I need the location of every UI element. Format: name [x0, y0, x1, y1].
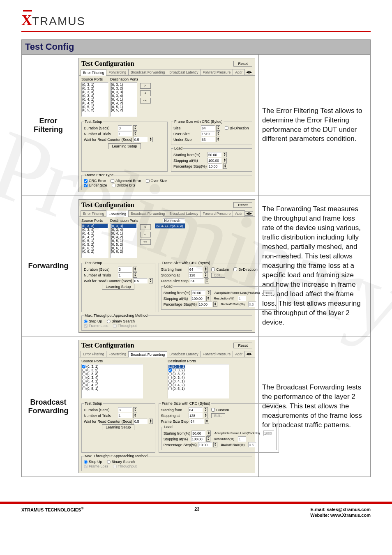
spinner-icon[interactable]: ▲▼ — [204, 272, 208, 278]
spinner-icon[interactable]: ▲▼ — [133, 131, 137, 136]
pct-step-input[interactable] — [198, 302, 212, 307]
spinner-icon[interactable]: ▲▼ — [216, 137, 220, 142]
stepup-radio[interactable] — [84, 320, 88, 323]
backoff-input[interactable] — [248, 302, 256, 307]
source-ports-list[interactable]: (0, 3, 1)(0, 3, 2)(0, 3, 3)(0, 3, 4)(0, … — [81, 82, 108, 117]
size-input[interactable] — [201, 125, 215, 131]
bidirection-checkbox[interactable] — [225, 126, 228, 130]
source-ports-checklist[interactable]: (0, 3, 1) (0, 3, 2) (0, 3, 3) (0, 3, 4) … — [81, 364, 143, 398]
spinner-icon[interactable]: ▲▼ — [223, 164, 227, 169]
learning-setup-button[interactable]: Learning Setup — [102, 424, 134, 430]
wait-input[interactable] — [134, 278, 148, 283]
tab-error-filtering[interactable]: Error Filtering — [81, 351, 106, 357]
dest-ports-list[interactable]: (0, 3, 3)(0, 3, 4)(0, 4, 1)(0, 4, 2)(0, … — [110, 223, 137, 258]
learning-setup-button[interactable]: Learning Setup — [108, 143, 141, 149]
reset-button[interactable]: Reset — [233, 202, 252, 208]
tab-nav-icon[interactable]: ◀ ▶ — [245, 211, 253, 216]
port-checkbox[interactable] — [168, 372, 172, 375]
port-checkbox[interactable] — [82, 365, 85, 368]
move-all-back-button[interactable]: << — [140, 98, 151, 104]
stepup-radio[interactable] — [84, 460, 88, 464]
tab-addr[interactable]: Addr — [233, 351, 245, 357]
port-checkbox[interactable] — [168, 383, 172, 387]
stopping-at-input[interactable] — [189, 413, 203, 418]
spinner-icon[interactable]: ▲▼ — [213, 442, 217, 447]
port-checkbox[interactable] — [82, 368, 85, 372]
tab-forwarding[interactable]: Forwarding — [106, 351, 129, 357]
framestep-input[interactable] — [190, 419, 204, 424]
binary-radio[interactable] — [107, 320, 111, 323]
port-checkbox[interactable] — [82, 383, 85, 387]
bidirection-checkbox[interactable] — [233, 267, 237, 271]
starting-from-input[interactable] — [189, 267, 203, 272]
port-checkbox[interactable] — [168, 387, 172, 390]
tab-forwarding[interactable]: Forwarding — [106, 211, 129, 217]
port-checkbox[interactable] — [82, 387, 85, 390]
spinner-icon[interactable]: ▲▼ — [216, 125, 220, 131]
spinner-icon[interactable]: ▲▼ — [216, 131, 220, 136]
spinner-icon[interactable]: ▲▼ — [206, 296, 210, 301]
trials-input[interactable] — [118, 131, 132, 136]
tab-nav-icon[interactable]: ◀ ▶ — [245, 352, 253, 356]
pct-step-input[interactable] — [198, 442, 212, 447]
source-ports-list[interactable]: (0, 3, 3)(0, 3, 4)(0, 4, 1)(0, 4, 2)(0, … — [81, 223, 108, 258]
custom-checkbox[interactable] — [211, 267, 215, 271]
move-left-button[interactable]: < — [140, 90, 151, 96]
move-right-button[interactable]: > — [140, 224, 151, 230]
duration-input[interactable] — [118, 267, 132, 272]
stopping-at-input[interactable] — [189, 272, 203, 278]
stop-at-input[interactable] — [191, 296, 205, 301]
start-from-input[interactable] — [208, 152, 221, 157]
wait-input[interactable] — [134, 137, 148, 142]
spinner-icon[interactable]: ▲▼ — [207, 290, 211, 295]
resolution-input[interactable] — [238, 296, 246, 301]
spinner-icon[interactable]: ▲▼ — [149, 278, 153, 283]
tab-error-filtering[interactable]: Error Filtering — [81, 69, 106, 76]
stop-at-input[interactable] — [208, 158, 221, 163]
spinner-icon[interactable]: ▲▼ — [133, 413, 137, 418]
reset-button[interactable]: Reset — [233, 343, 252, 348]
move-left-button[interactable]: < — [140, 232, 151, 237]
tab-broadcast-latency[interactable]: Broadcast Latency — [167, 210, 201, 216]
custom-checkbox[interactable] — [211, 408, 215, 412]
tab-broadcast-latency[interactable]: Broadcast Latency — [167, 69, 201, 75]
tab-forward-pressure[interactable]: Forward Pressure — [201, 210, 233, 216]
reset-button[interactable]: Reset — [233, 61, 252, 67]
undersize-input[interactable] — [201, 137, 215, 142]
port-checkbox[interactable] — [82, 376, 85, 379]
crc-checkbox[interactable] — [84, 179, 88, 183]
spinner-icon[interactable]: ▲▼ — [204, 267, 208, 272]
tab-broadcast-forwarding[interactable]: Broadcast Forwarding — [128, 210, 167, 216]
stop-at-input[interactable] — [191, 436, 205, 442]
mesh-select[interactable]: Non-mesh — [163, 218, 184, 223]
starting-from-input[interactable] — [189, 407, 203, 412]
port-checkbox[interactable] — [168, 368, 172, 372]
spinner-icon[interactable]: ▲▼ — [205, 278, 209, 283]
spinner-icon[interactable]: ▲▼ — [206, 436, 210, 442]
spinner-icon[interactable]: ▲▼ — [213, 302, 217, 307]
edit-button[interactable]: Edit.. — [211, 273, 225, 278]
spinner-icon[interactable]: ▲▼ — [149, 137, 153, 142]
spinner-icon[interactable]: ▲▼ — [133, 407, 137, 412]
oversize-checkbox[interactable] — [146, 179, 150, 183]
tab-nav-icon[interactable]: ◀ ▶ — [245, 70, 253, 74]
tab-addr[interactable]: Addr — [233, 69, 245, 75]
port-checkbox[interactable] — [168, 380, 172, 383]
spinner-icon[interactable]: ▲▼ — [223, 152, 227, 157]
wait-input[interactable] — [134, 419, 148, 424]
learning-setup-button[interactable]: Learning Setup — [102, 284, 134, 290]
undersize-checkbox[interactable] — [84, 184, 88, 187]
backoff-input[interactable] — [248, 442, 256, 447]
tab-broadcast-latency[interactable]: Broadcast Latency — [167, 351, 201, 357]
tab-broadcast-forwarding[interactable]: Broadcast Forwarding — [128, 351, 167, 357]
duration-input[interactable] — [118, 125, 132, 131]
move-all-back-button[interactable]: << — [140, 239, 151, 245]
dribble-checkbox[interactable] — [112, 184, 115, 187]
move-right-button[interactable]: > — [140, 83, 151, 89]
spinner-icon[interactable]: ▲▼ — [133, 272, 137, 278]
trials-input[interactable] — [118, 272, 132, 278]
duration-input[interactable] — [118, 407, 132, 412]
spinner-icon[interactable]: ▲▼ — [133, 125, 137, 131]
spinner-icon[interactable]: ▲▼ — [149, 419, 153, 424]
acc-frame-input[interactable] — [263, 431, 274, 436]
